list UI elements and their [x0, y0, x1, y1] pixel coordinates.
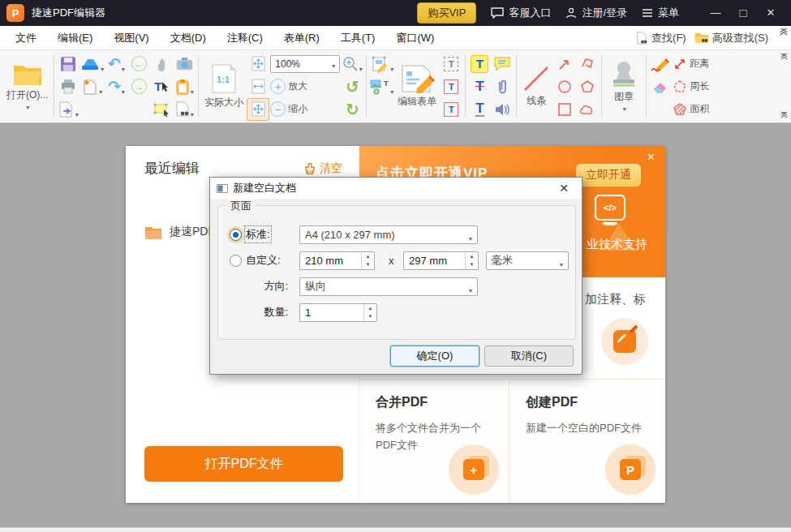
redo-button[interactable]: ↷▾: [105, 75, 127, 98]
menu-comment[interactable]: 注释(C): [217, 27, 273, 49]
add-image-text-button[interactable]: T▾: [369, 75, 394, 98]
ok-button[interactable]: 确定(O): [390, 345, 479, 367]
cancel-button[interactable]: 取消(C): [484, 345, 574, 367]
open-button[interactable]: 打开(O)... ▾: [3, 52, 51, 121]
rotate-right-button[interactable]: ↻: [341, 98, 363, 121]
status-bar: [0, 527, 791, 532]
polygon-tool-button[interactable]: [576, 75, 599, 98]
spin-up-icon[interactable]: ▲: [362, 252, 374, 261]
spin-down-icon[interactable]: ▼: [362, 260, 374, 269]
text-box-button[interactable]: T: [440, 75, 462, 98]
orientation-select[interactable]: 纵向 ▾: [299, 277, 478, 296]
close-button[interactable]: ✕: [757, 0, 785, 26]
area-icon: [673, 102, 687, 117]
spin-up-icon[interactable]: ▲: [466, 252, 478, 261]
collapse-group-icon[interactable]: [780, 112, 788, 118]
maximize-button[interactable]: □: [729, 0, 757, 26]
spin-up-icon[interactable]: ▲: [364, 304, 376, 313]
fit-width-button[interactable]: [247, 75, 269, 98]
zoom-in-button[interactable]: +放大: [269, 75, 341, 98]
menu-edit[interactable]: 编辑(E): [47, 27, 103, 49]
scan-button[interactable]: ▾: [80, 53, 105, 75]
find-in-doc-button[interactable]: ▾: [173, 98, 196, 121]
ellipse-tool-button[interactable]: [553, 75, 576, 98]
activate-vip-button[interactable]: 立即开通: [576, 164, 641, 187]
measure-perimeter-button[interactable]: 周长: [672, 75, 710, 98]
standard-size-select[interactable]: A4 (210 x 297 mm) ▾: [299, 225, 478, 244]
rectangle-tool-button[interactable]: [553, 98, 576, 121]
pencil-tool-button[interactable]: [649, 53, 672, 75]
menu-document[interactable]: 文档(D): [160, 27, 217, 49]
spin-down-icon[interactable]: ▼: [466, 260, 478, 269]
login-button[interactable]: 注册/登录: [565, 6, 627, 20]
zoom-level-combobox[interactable]: 100%▾: [269, 53, 341, 75]
sound-comment-button[interactable]: [491, 98, 514, 121]
collapse-group-icon[interactable]: [780, 54, 788, 60]
dialog-title-bar[interactable]: 新建空白文档 ✕: [210, 178, 582, 199]
custom-radio[interactable]: [230, 255, 242, 267]
actual-size-button[interactable]: 1:1 实际大小: [201, 52, 247, 121]
collapse-toolbar-icon[interactable]: [780, 28, 788, 36]
count-spinner[interactable]: 1 ▲▼: [299, 303, 377, 322]
minimize-button[interactable]: —: [702, 0, 729, 26]
highlight-text-button[interactable]: T: [468, 53, 491, 75]
measure-area-button[interactable]: 面积: [672, 98, 710, 121]
buy-vip-button[interactable]: 购买VIP: [417, 2, 476, 24]
attach-file-button[interactable]: [491, 75, 514, 98]
spin-down-icon[interactable]: ▼: [364, 312, 376, 321]
create-pdf-card[interactable]: 创建PDF 新建一个空白的PDF文件 P: [509, 380, 665, 503]
text-field-button[interactable]: T: [440, 53, 462, 75]
fit-page-button[interactable]: [247, 53, 269, 75]
menu-file[interactable]: 文件: [5, 27, 47, 49]
text-select-button[interactable]: T: [150, 75, 173, 98]
app-menu-button[interactable]: 菜单: [642, 6, 679, 20]
dropdown-caret: ▾: [26, 104, 29, 111]
advanced-find-button[interactable]: 高级查找(S): [694, 31, 768, 45]
rotate-left-button[interactable]: ↺: [341, 75, 363, 98]
clear-recent-button[interactable]: 清空: [303, 161, 342, 176]
open-pdf-button[interactable]: 打开PDF文件: [144, 446, 343, 482]
export-button[interactable]: ▾: [57, 98, 80, 121]
menu-tools[interactable]: 工具(T): [330, 27, 386, 49]
standard-radio[interactable]: [230, 229, 242, 241]
page-back-button[interactable]: ←: [127, 53, 150, 75]
print-button[interactable]: [57, 75, 80, 98]
sticky-note-button[interactable]: [491, 53, 514, 75]
zoom-out-button[interactable]: −缩小: [269, 98, 341, 121]
fit-visible-button[interactable]: [247, 98, 269, 121]
save-button[interactable]: [57, 53, 80, 75]
clipboard-button[interactable]: ▾: [173, 75, 196, 98]
banner-close-icon[interactable]: ✕: [647, 151, 656, 163]
dialog-close-icon[interactable]: ✕: [552, 182, 575, 195]
select-annotation-button[interactable]: [150, 98, 173, 121]
text-callout-button[interactable]: T: [440, 98, 462, 121]
menu-form[interactable]: 表单(R): [273, 27, 330, 49]
edit-form-button[interactable]: 编辑表单: [394, 52, 440, 121]
eraser-tool-button[interactable]: [649, 75, 672, 98]
cloud-tool-button[interactable]: [576, 98, 599, 121]
magnifier-button[interactable]: ▾: [341, 53, 363, 75]
polyline-tool-button[interactable]: [576, 53, 599, 75]
measure-distance-button[interactable]: 距离: [672, 53, 710, 75]
group-label: 页面: [226, 199, 256, 213]
stamp-tool-button[interactable]: 图章 ▾: [604, 52, 643, 121]
menu-view[interactable]: 视图(V): [103, 27, 159, 49]
page-forward-button[interactable]: →: [127, 75, 150, 98]
width-spinner[interactable]: 210 mm ▲▼: [299, 251, 375, 270]
support-button[interactable]: 客服入口: [491, 6, 551, 20]
merge-pdf-card[interactable]: 合并PDF 将多个文件合并为一个PDF文件 +: [359, 380, 509, 503]
strikeout-text-button[interactable]: T: [468, 75, 491, 98]
undo-button[interactable]: ↶▾: [105, 53, 127, 75]
hand-tool-button[interactable]: [150, 53, 173, 75]
find-button[interactable]: 查找(F): [635, 31, 686, 45]
height-spinner[interactable]: 297 mm ▲▼: [403, 251, 479, 270]
new-document-button[interactable]: ▾: [80, 75, 105, 98]
arrow-tool-button[interactable]: [553, 53, 576, 75]
snapshot-button[interactable]: [173, 53, 196, 75]
underline-text-button[interactable]: T: [468, 98, 491, 121]
dropdown-caret: ▾: [332, 62, 335, 72]
unit-select[interactable]: 毫米 ▾: [486, 251, 569, 270]
line-tool-button[interactable]: 线条: [519, 52, 553, 121]
menu-window[interactable]: 窗口(W): [385, 27, 445, 49]
edit-content-button[interactable]: ▾: [369, 53, 394, 75]
